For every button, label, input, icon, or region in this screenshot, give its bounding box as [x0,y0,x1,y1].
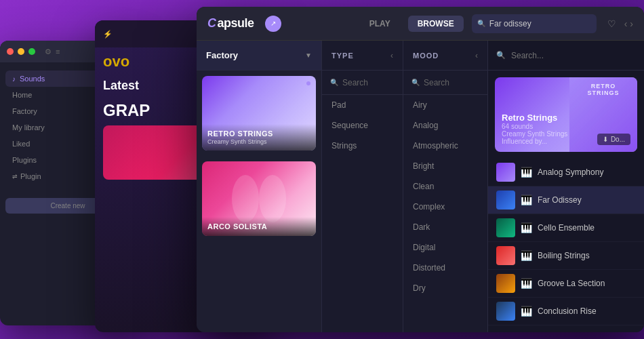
presets-panel: Factory ▼ RETRO STRINGS Creamy Synth Str… [197,41,322,332]
factory-header: Factory ▼ [197,41,321,71]
tl-green [28,48,35,55]
preset-sub: Creamy Synth Strings [207,138,310,145]
factory-chevron-icon[interactable]: ▼ [305,52,312,59]
result-thumb-4 [496,246,515,265]
featured-description: Creamy Synth Strings [502,130,567,138]
piano-icon-4: 🎹 [521,250,532,261]
result-thumb-6 [496,302,515,321]
type-collapse-icon[interactable]: ‹ [390,51,393,60]
mood-item-complex[interactable]: Complex [403,197,487,217]
lightning-icon: ⚡ [103,30,113,39]
mood-item-clean[interactable]: Clean [403,176,487,197]
type-item-sequence[interactable]: Sequence [322,115,403,136]
result-name-3: Cello Ensemble [538,223,636,233]
type-item-pad[interactable]: Pad [322,95,403,115]
preset-arco-overlay: ARCO SOLISTA [202,217,316,236]
featured-download-button[interactable]: ⬇ Do... [597,134,630,145]
back-arrow[interactable]: ‹ [624,18,628,29]
heart-button[interactable]: ♡ [607,18,616,29]
result-analog-symphony[interactable]: 🎹 Analog Symphony [488,159,644,186]
preset-retro-strings[interactable]: RETRO STRINGS Creamy Synth Strings [202,76,316,151]
gear-icon: ⚙ [45,47,52,56]
piano-icon-3: 🎹 [521,222,532,233]
svg-point-0 [232,175,259,222]
plugin-icon: ⇌ [12,173,18,180]
nav-arrows: ‹ › [624,18,633,29]
type-panel: TYPE ‹ 🔍 Search Pad Sequence Strings [322,41,403,332]
result-thumb-3 [496,218,515,237]
settings-icon: ≡ [56,47,60,56]
featured-text: Retro Strings 64 sounds Creamy Synth Str… [502,113,567,145]
type-search-icon: 🔍 [330,79,338,86]
mood-item-bright[interactable]: Bright [403,156,487,176]
mood-item-distorted[interactable]: Distorted [403,258,487,278]
mood-search[interactable]: 🔍 Search [403,71,487,95]
result-thumb-2 [496,191,515,210]
mood-item-analog[interactable]: Analog [403,115,487,136]
results-search-icon: 🔍 [496,51,506,60]
featured-title: Retro Strings [502,113,567,123]
factory-label: Factory [206,50,300,60]
capsule-c: C [207,16,216,31]
preset-overlay: RETRO STRINGS Creamy Synth Strings [202,124,316,151]
mood-label: MOOD [413,52,439,60]
svg-point-1 [259,175,286,222]
mood-search-text: Search [424,78,449,87]
featured-preset[interactable]: RETRO STRINGS Retro Strings 64 sounds Cr… [495,77,637,152]
download-icon: ⬇ [603,136,608,143]
play-button[interactable]: PLAY [360,16,400,32]
piano-icon-2: 🎹 [521,195,532,205]
forward-arrow[interactable]: › [630,18,633,29]
piano-icon-1: 🎹 [521,167,532,178]
featured-sounds: 64 sounds [502,123,567,130]
results-search-input[interactable] [511,51,636,60]
mood-collapse-icon[interactable]: ‹ [475,51,478,60]
browse-button[interactable]: BROWSE [408,16,464,32]
preset-name: RETRO STRINGS [207,129,310,138]
mood-item-dry[interactable]: Dry [403,278,487,298]
result-far-odissey[interactable]: 🎹 Far Odissey [488,186,644,214]
result-cello-ensemble[interactable]: 🎹 Cello Ensemble [488,214,644,242]
result-name-5: Groove La Section [538,279,636,288]
content-area: Factory ▼ RETRO STRINGS Creamy Synth Str… [197,41,644,332]
mood-item-dark[interactable]: Dark [403,217,487,237]
mood-search-icon: 🔍 [411,79,420,86]
titlebar: C apsule ↗ PLAY BROWSE 🔍 ♡ ‹ › [197,7,644,41]
preset-arco-name: ARCO SOLISTA [207,222,310,231]
result-name-1: Analog Symphony [538,167,636,177]
results-panel: 🔍 RETRO STRINGS Retro Strings 64 sounds … [488,41,644,332]
type-search[interactable]: 🔍 Search [322,71,403,95]
sounds-icon: ♪ [12,75,16,83]
preset-dot [306,81,310,85]
mood-panel: MOOD ‹ 🔍 Search Airy Analog Atmospheric … [403,41,488,332]
mood-item-digital[interactable]: Digital [403,237,487,258]
results-header: 🔍 [488,41,644,71]
result-boiling-strings[interactable]: 🎹 Boiling Strings [488,242,644,270]
featured-influence: Influenced by... [502,138,567,145]
result-thumb-1 [496,163,515,182]
capsule-icon: ↗ [265,16,281,32]
type-label: TYPE [331,52,354,60]
type-search-text: Search [342,78,368,87]
result-name-4: Boiling Strings [538,251,636,260]
capsule-logo: C apsule [207,16,254,31]
result-name-6: Conclusion Rise [538,306,636,316]
type-item-strings[interactable]: Strings [322,136,403,156]
tl-red [7,48,14,55]
result-conclusion-rise[interactable]: 🎹 Conclusion Rise [488,298,644,325]
tl-yellow [18,48,24,55]
mood-panel-header: MOOD ‹ [403,41,487,71]
search-icon: 🔍 [477,20,485,27]
result-thumb-5 [496,274,515,293]
mood-item-airy[interactable]: Airy [403,95,487,115]
result-groove-la-section[interactable]: 🎹 Groove La Section [488,270,644,298]
search-input[interactable] [489,19,591,28]
piano-icon-6: 🎹 [521,306,532,317]
type-panel-header: TYPE ‹ [322,41,403,71]
result-name-2: Far Odissey [538,195,636,205]
preset-arco-solista[interactable]: ARCO SOLISTA [202,161,316,236]
search-bar[interactable]: 🔍 [472,14,597,33]
mood-item-atmospheric[interactable]: Atmospheric [403,136,487,156]
piano-icon-5: 🎹 [521,278,532,289]
main-window: C apsule ↗ PLAY BROWSE 🔍 ♡ ‹ › Factory ▼ [197,7,644,332]
